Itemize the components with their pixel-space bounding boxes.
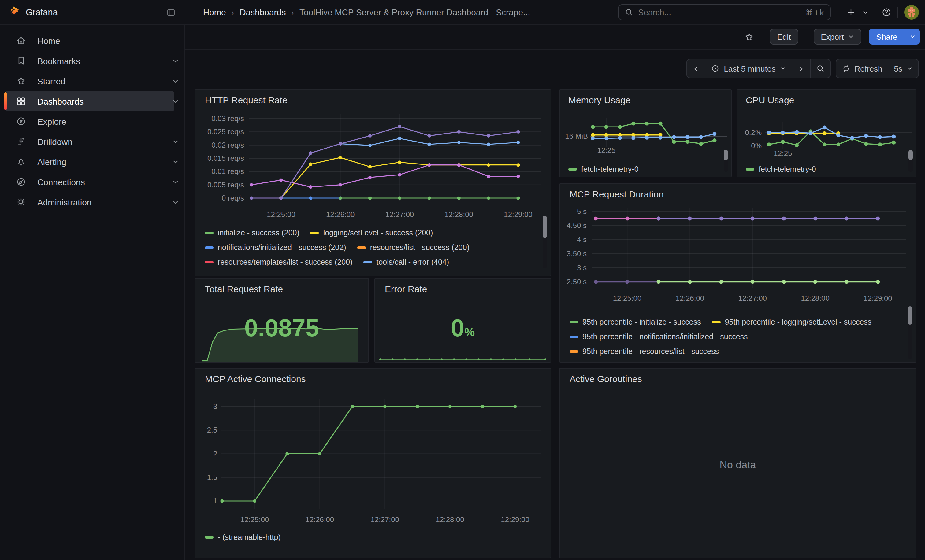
panel-title[interactable]: Active Goroutines xyxy=(569,374,642,384)
legend-label: fetch-telemetry-0 xyxy=(581,165,639,174)
sidebar-item-label: Dashboards xyxy=(37,96,174,106)
chevron-down-icon[interactable] xyxy=(172,138,179,145)
legend-label: 95th percentile - logging/setLevel - suc… xyxy=(725,318,871,326)
bookmark-icon xyxy=(16,56,26,66)
add-chevron-down-icon[interactable] xyxy=(862,9,869,16)
legend-item[interactable]: 95th percentile - notifications/initiali… xyxy=(569,333,748,341)
no-data-message: No data xyxy=(560,459,916,471)
legend-item[interactable]: logging/setLevel - success (200) xyxy=(310,229,433,237)
sidebar-item-connections[interactable]: Connections xyxy=(5,172,174,192)
edit-button[interactable]: Edit xyxy=(770,29,798,45)
stat-value: 0% xyxy=(375,314,551,342)
sidebar-item-label: Connections xyxy=(37,177,174,187)
legend-item[interactable]: - (streamable-http) xyxy=(205,533,281,542)
legend-item[interactable]: initialize - success (200) xyxy=(205,229,300,237)
grafana-logo-icon[interactable] xyxy=(8,6,21,19)
chart-legend: fetch-telemetry-0 xyxy=(568,162,718,177)
svg-text:12:25:00: 12:25:00 xyxy=(613,294,642,302)
legend-label: - (streamable-http) xyxy=(218,533,281,542)
chart-legend: 95th percentile - initialize - success 9… xyxy=(569,315,902,363)
search-field[interactable] xyxy=(638,8,801,17)
http-request-rate-chart: 0.03 req/s0.025 req/s0.02 req/s0.015 req… xyxy=(195,90,551,223)
legend-item[interactable]: 95th percentile - logging/setLevel - suc… xyxy=(712,318,871,326)
panel-mcp-request-duration[interactable]: MCP Request Duration 5 s4.50 s4 s3.50 s3… xyxy=(559,183,916,363)
sidebar-item-dashboards[interactable]: Dashboards xyxy=(5,91,174,111)
legend-label: tools/list - success (200) xyxy=(326,273,408,273)
favorite-star-icon[interactable] xyxy=(744,32,755,42)
svg-text:4 s: 4 s xyxy=(577,236,587,244)
time-range-label: Last 5 minutes xyxy=(724,64,776,73)
refresh-interval-picker[interactable]: 5s xyxy=(889,59,918,78)
svg-text:12:27:00: 12:27:00 xyxy=(738,294,767,302)
chevron-down-icon[interactable] xyxy=(172,77,179,85)
time-shift-forward-button[interactable] xyxy=(792,59,810,78)
legend-item[interactable]: tools/list - success (200) xyxy=(313,273,408,273)
time-shift-back-button[interactable] xyxy=(687,59,705,78)
svg-text:12:25: 12:25 xyxy=(774,149,792,158)
chevron-down-icon[interactable] xyxy=(172,178,179,186)
legend-scrollbar[interactable] xyxy=(542,216,547,269)
dashboard-canvas: Last 5 minutes Refresh 5s xyxy=(185,49,925,560)
svg-text:12:25:00: 12:25:00 xyxy=(240,515,269,524)
legend-item[interactable]: fetch-telemetry-0 xyxy=(746,165,816,174)
svg-text:12:26:00: 12:26:00 xyxy=(306,515,334,524)
legend-label: 95th percentile - initialize - success xyxy=(582,318,701,326)
legend-swatch xyxy=(357,246,366,249)
search-input[interactable]: ⌘+k xyxy=(618,4,831,20)
add-icon[interactable] xyxy=(846,8,856,17)
panel-cpu-usage[interactable]: CPU Usage 0.2%0%12:25 fetch-telemetry-0 xyxy=(737,89,916,177)
legend-scrollbar[interactable] xyxy=(908,150,913,172)
zoom-out-button[interactable] xyxy=(810,59,830,78)
chevron-down-icon[interactable] xyxy=(172,57,179,65)
svg-text:0.01 req/s: 0.01 req/s xyxy=(211,167,244,176)
share-chevron-button[interactable] xyxy=(905,29,920,45)
legend-item[interactable]: tools/call - error (404) xyxy=(363,258,449,267)
legend-swatch xyxy=(205,246,214,249)
sidebar-item-drilldown[interactable]: Drilldown xyxy=(5,131,174,152)
sidebar-item-home[interactable]: Home xyxy=(5,30,174,51)
legend-item[interactable]: 95th percentile - resources/list - succe… xyxy=(569,347,719,356)
sidebar-toggle-icon[interactable] xyxy=(166,8,176,17)
time-range-picker[interactable]: Last 5 minutes xyxy=(705,59,792,78)
share-button[interactable]: Share xyxy=(869,29,905,45)
panel-mcp-active-connections[interactable]: MCP Active Connections 32.521.5112:25:00… xyxy=(194,368,551,558)
brand-name: Grafana xyxy=(26,8,58,17)
search-icon xyxy=(625,8,633,17)
chevron-down-icon[interactable] xyxy=(172,98,179,105)
legend-item[interactable]: fetch-telemetry-0 xyxy=(568,165,639,174)
legend-item[interactable]: tools/call - success (200) xyxy=(205,273,302,273)
sidebar-item-explore[interactable]: Explore xyxy=(5,111,174,131)
legend-item[interactable]: notifications/initialized - success (202… xyxy=(205,243,346,252)
refresh-button[interactable]: Refresh xyxy=(836,59,888,78)
legend-scrollbar[interactable] xyxy=(908,306,912,359)
zoom-out-icon xyxy=(816,64,824,73)
sidebar-item-administration[interactable]: Administration xyxy=(5,192,174,212)
legend-item[interactable]: resources/templates/list - success (200) xyxy=(205,258,353,267)
legend-item[interactable]: unknown - success (200) xyxy=(419,273,517,273)
panel-http-request-rate[interactable]: HTTP Request Rate 0.03 req/s0.025 req/s0… xyxy=(194,89,551,276)
sidebar-item-bookmarks[interactable]: Bookmarks xyxy=(5,51,174,71)
panel-error-rate[interactable]: Error Rate 0% xyxy=(374,278,551,363)
chevron-left-icon xyxy=(693,65,699,72)
export-button[interactable]: Export xyxy=(814,29,862,45)
divider xyxy=(762,31,762,42)
legend-item[interactable]: resources/list - success (200) xyxy=(357,243,470,252)
home-icon xyxy=(16,36,26,46)
breadcrumb-dashboards[interactable]: Dashboards xyxy=(240,8,286,17)
svg-text:12:28:00: 12:28:00 xyxy=(435,515,464,524)
legend-scrollbar[interactable] xyxy=(724,150,728,172)
breadcrumb-home[interactable]: Home xyxy=(203,8,226,17)
mcp-active-connections-chart: 32.521.5112:25:0012:26:0012:27:0012:28:0… xyxy=(195,369,551,529)
legend-item[interactable]: 95th percentile - resources/templates/li… xyxy=(569,362,754,363)
panel-memory-usage[interactable]: Memory Usage 16 MiB12:25 fetch-telemetry… xyxy=(559,89,732,177)
panel-active-goroutines[interactable]: Active Goroutines No data xyxy=(559,368,916,558)
chevron-down-icon[interactable] xyxy=(172,198,179,206)
legend-item[interactable]: 95th percentile - initialize - success xyxy=(569,318,701,326)
sidebar-item-starred[interactable]: Starred xyxy=(5,71,174,91)
sidebar-item-alerting[interactable]: Alerting xyxy=(5,152,174,172)
chevron-down-icon[interactable] xyxy=(172,158,179,165)
help-icon[interactable] xyxy=(881,8,891,17)
legend-label: unknown - success (200) xyxy=(432,273,517,273)
user-avatar[interactable] xyxy=(904,5,919,20)
panel-total-request-rate[interactable]: Total Request Rate 0.0875 xyxy=(194,278,369,363)
